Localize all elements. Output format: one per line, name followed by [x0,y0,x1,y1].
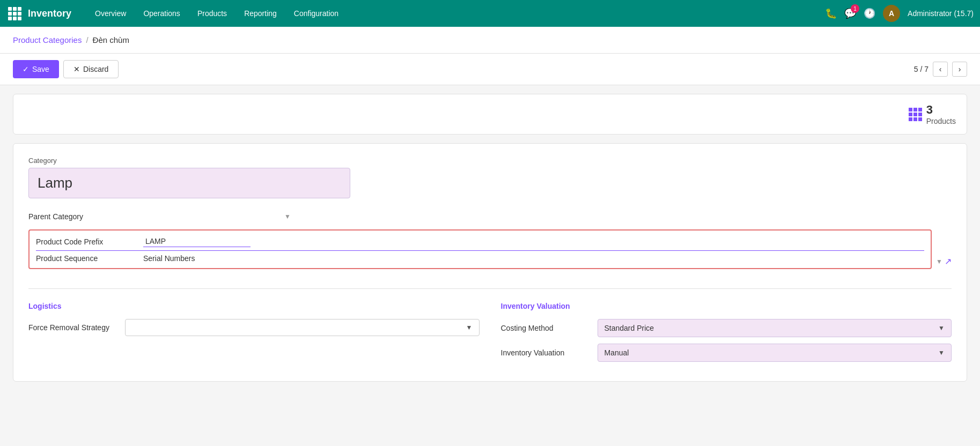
breadcrumb-separator: / [86,35,88,44]
parent-category-label: Parent Category [28,212,136,221]
breadcrumb: Product Categories / Đèn chùm [0,27,980,54]
avatar[interactable]: A [883,5,900,22]
topnav-right: 🐛 💬 1 🕐 A Administrator (15.7) [825,5,974,22]
messages-icon[interactable]: 💬 1 [844,8,856,19]
chevron-down-icon: ▼ [284,213,291,220]
username-label[interactable]: Administrator (15.7) [908,9,974,18]
products-count-widget[interactable]: 3 Products [909,103,956,125]
logistics-section: Logistics Force Removal Strategy ▼ [28,302,480,368]
breadcrumb-parent[interactable]: Product Categories [13,35,82,44]
nav-reporting[interactable]: Reporting [237,5,284,22]
nav-configuration[interactable]: Configuration [286,5,346,22]
parent-category-select[interactable]: ▼ [136,209,297,224]
inventory-valuation-row: Inventory Valuation Manual ▼ [501,344,952,362]
logistics-title: Logistics [28,302,480,310]
breadcrumb-current: Đèn chùm [93,35,129,44]
discard-button[interactable]: ✕ Discard [63,60,119,78]
code-prefix-sequence-section: Product Code Prefix Product Sequence Ser… [28,229,932,269]
inventory-valuation-title: Inventory Valuation [501,302,952,310]
x-icon: ✕ [73,65,80,73]
check-icon: ✓ [23,65,29,73]
product-sequence-value: Serial Numbers [143,254,924,263]
topnav: Inventory Overview Operations Products R… [0,0,980,27]
grid-icon [909,108,922,121]
costing-method-label: Costing Method [501,324,598,332]
brand-label: Inventory [28,8,71,19]
pagination-info: 5 / 7 [914,65,929,73]
category-label: Category [28,157,952,165]
main-content: 3 Products Category Parent Category ▼ [0,85,980,390]
products-label: Products [926,117,956,125]
costing-method-select[interactable]: Standard Price ▼ [598,319,952,337]
costing-method-value: Standard Price [605,324,654,332]
clock-icon[interactable]: 🕐 [864,8,875,19]
product-code-prefix-input[interactable] [143,236,250,247]
category-field-group: Category [28,157,952,198]
product-code-prefix-row: Product Code Prefix [30,233,931,250]
inventory-valuation-label: Inventory Valuation [501,348,598,357]
category-input[interactable] [28,168,350,198]
action-buttons: ✓ Save ✕ Discard [13,60,119,78]
topnav-menu: Overview Operations Products Reporting C… [87,5,825,22]
prev-button[interactable]: ‹ [933,62,948,77]
apps-menu-button[interactable] [6,5,23,21]
product-sequence-row: Product Sequence Serial Numbers [30,251,931,266]
section-divider [28,288,952,289]
product-sequence-label: Product Sequence [36,254,143,263]
inventory-valuation-section: Inventory Valuation Costing Method Stand… [501,302,952,368]
product-code-prefix-label: Product Code Prefix [36,237,143,246]
costing-method-chevron-icon: ▼ [938,324,945,332]
two-col-sections: Logistics Force Removal Strategy ▼ Inven… [28,302,952,368]
products-widget-card: 3 Products [13,94,967,135]
force-removal-row: Force Removal Strategy ▼ [28,319,480,336]
save-button[interactable]: ✓ Save [13,60,59,78]
sequence-chevron-icon: ▼ [936,258,942,265]
parent-category-row: Parent Category ▼ [28,209,952,224]
removal-chevron-icon: ▼ [466,324,473,331]
inventory-valuation-value: Manual [605,348,629,357]
bug-icon[interactable]: 🐛 [825,8,837,19]
nav-operations[interactable]: Operations [136,5,187,22]
costing-method-row: Costing Method Standard Price ▼ [501,319,952,337]
products-number: 3 [926,103,956,117]
force-removal-label: Force Removal Strategy [28,323,125,332]
notification-badge: 1 [851,4,859,13]
external-link-icon[interactable]: ↗ [945,256,952,266]
form-card: Category Parent Category ▼ Product Code … [13,143,967,382]
pagination: 5 / 7 ‹ › [914,62,967,77]
nav-overview[interactable]: Overview [87,5,134,22]
action-bar: ✓ Save ✕ Discard 5 / 7 ‹ › [0,54,980,85]
inventory-valuation-select[interactable]: Manual ▼ [598,344,952,362]
force-removal-select[interactable]: ▼ [125,319,480,336]
apps-grid-icon [8,7,21,20]
next-button[interactable]: › [952,62,967,77]
nav-products[interactable]: Products [190,5,234,22]
inv-val-chevron-icon: ▼ [938,349,945,356]
